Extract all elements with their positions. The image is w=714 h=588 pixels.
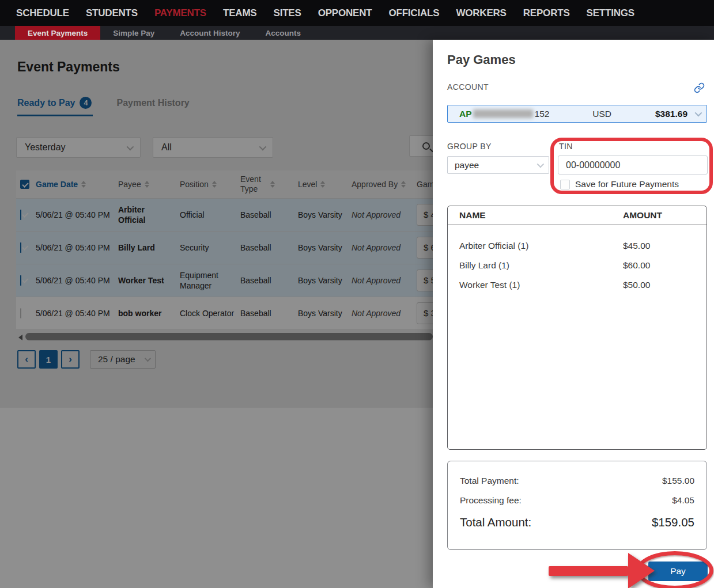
account-name-prefix: AP <box>459 109 472 119</box>
pay-button[interactable]: Pay <box>648 562 708 581</box>
payee-row: Billy Lard (1)$60.00 <box>448 256 707 275</box>
top-nav: SCHEDULESTUDENTSPAYMENTSTEAMSSITESOPPONE… <box>0 0 714 26</box>
account-currency: USD <box>592 109 611 119</box>
account-redacted-blur <box>473 109 533 118</box>
totals-panel: Total Payment: $155.00 Processing fee: $… <box>447 461 707 550</box>
top-nav-item-schedule[interactable]: SCHEDULE <box>16 7 69 19</box>
total-amount-label: Total Amount: <box>460 515 531 529</box>
payee-amount: $45.00 <box>623 241 695 251</box>
account-select[interactable]: AP 152 USD $381.69 <box>447 105 707 123</box>
top-nav-item-payments[interactable]: PAYMENTS <box>154 7 206 19</box>
payees-header: NAME AMOUNT <box>448 206 707 225</box>
modal-overlay[interactable] <box>0 40 433 588</box>
top-nav-item-teams[interactable]: TEAMS <box>223 7 257 19</box>
top-nav-item-officials[interactable]: OFFICIALS <box>388 7 439 19</box>
group-by-label: GROUP BY <box>447 142 492 151</box>
payees-body: Arbiter Official (1)$45.00Billy Lard (1)… <box>448 225 707 295</box>
account-label: ACCOUNT <box>447 82 489 92</box>
sub-nav-item-event-payments[interactable]: Event Payments <box>15 26 100 40</box>
payees-panel: NAME AMOUNT Arbiter Official (1)$45.00Bi… <box>447 206 707 450</box>
payees-amount-header: AMOUNT <box>623 210 695 221</box>
payees-name-header: NAME <box>459 210 623 221</box>
pay-games-drawer: Pay Games ACCOUNT AP 152 USD $381.69 GRO… <box>433 40 714 588</box>
total-amount-row: Total Amount: $159.05 <box>460 510 694 534</box>
total-payment-value: $155.00 <box>662 476 694 486</box>
drawer-title: Pay Games <box>447 52 516 67</box>
tin-input[interactable] <box>558 155 708 174</box>
payee-amount: $50.00 <box>623 280 695 290</box>
total-payment-row: Total Payment: $155.00 <box>460 471 694 491</box>
top-nav-item-workers[interactable]: WORKERS <box>456 7 506 19</box>
group-by-value: payee <box>455 160 479 170</box>
payee-row: Worker Test (1)$50.00 <box>448 275 707 295</box>
group-by-select[interactable]: payee <box>447 156 549 174</box>
sub-nav-item-simple-pay[interactable]: Simple Pay <box>100 26 167 40</box>
top-nav-item-settings[interactable]: SETTINGS <box>587 7 634 19</box>
payee-name: Billy Lard (1) <box>459 260 623 271</box>
save-for-future-row: Save for Future Payments <box>560 179 679 189</box>
save-for-future-label: Save for Future Payments <box>575 179 679 189</box>
sub-nav: Event PaymentsSimple PayAccount HistoryA… <box>0 26 714 40</box>
save-for-future-checkbox[interactable] <box>560 180 570 189</box>
payee-row: Arbiter Official (1)$45.00 <box>448 236 707 256</box>
payee-name: Worker Test (1) <box>459 280 623 290</box>
payee-amount: $60.00 <box>623 260 695 271</box>
processing-fee-row: Processing fee: $4.05 <box>460 491 694 510</box>
sub-nav-item-account-history[interactable]: Account History <box>167 26 252 40</box>
top-nav-item-sites[interactable]: SITES <box>274 7 301 19</box>
payee-name: Arbiter Official (1) <box>459 241 623 251</box>
account-name-suffix: 152 <box>535 109 550 119</box>
processing-fee-value: $4.05 <box>672 495 694 506</box>
total-amount-value: $159.05 <box>652 515 694 529</box>
tin-label: TIN <box>559 142 573 151</box>
top-nav-item-students[interactable]: STUDENTS <box>86 7 138 19</box>
total-payment-label: Total Payment: <box>460 476 519 486</box>
chevron-down-icon <box>695 109 702 117</box>
account-balance: $381.69 <box>655 109 687 119</box>
top-nav-item-reports[interactable]: REPORTS <box>523 7 570 19</box>
top-nav-item-opponent[interactable]: OPPONENT <box>318 7 372 19</box>
link-icon[interactable] <box>694 82 705 93</box>
chevron-down-icon <box>537 161 545 168</box>
processing-fee-label: Processing fee: <box>460 495 522 506</box>
sub-nav-item-accounts[interactable]: Accounts <box>253 26 314 40</box>
